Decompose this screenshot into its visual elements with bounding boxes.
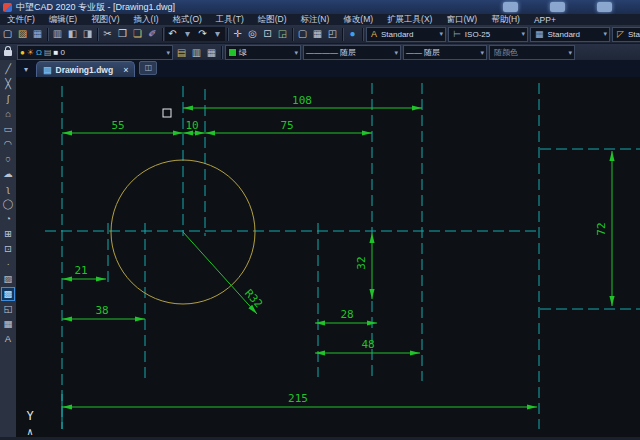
- menu-item[interactable]: 窗口(W): [439, 14, 484, 26]
- plot-style-combo[interactable]: 随颜色 ▾: [489, 45, 575, 60]
- construction-line-tool[interactable]: ╳: [1, 77, 15, 91]
- insert-block-tool[interactable]: ⊞: [1, 227, 15, 241]
- drawing-svg[interactable]: 551075108213828482153272R32Y∧: [16, 77, 640, 437]
- chevron-down-icon[interactable]: ▾: [600, 30, 607, 38]
- lineweight-combo[interactable]: —— 随层 ▾: [403, 45, 487, 60]
- gradient-tool[interactable]: ▩: [1, 287, 15, 301]
- layer-previous-button[interactable]: ▥: [189, 46, 204, 60]
- line-tool[interactable]: ╱: [1, 62, 15, 76]
- radius-dimension-line[interactable]: [183, 232, 257, 314]
- dimension-text[interactable]: 21: [74, 264, 87, 277]
- mleader-style-combo[interactable]: ◸ Standard ▾: [612, 27, 640, 42]
- dimension-text[interactable]: 32: [355, 256, 368, 269]
- menu-item[interactable]: 视图(V): [84, 14, 126, 26]
- layer-combo[interactable]: ●☀Ω▤■ 0 ▾: [17, 45, 173, 60]
- maximize-button[interactable]: [550, 2, 565, 12]
- ellipse-arc-tool[interactable]: ◔: [1, 212, 15, 226]
- mtext-tool[interactable]: A: [1, 332, 15, 346]
- copy-icon[interactable]: ❐: [115, 27, 130, 41]
- window-controls: [503, 2, 612, 12]
- viewport-new-icon[interactable]: ◰: [325, 27, 340, 41]
- undo-button[interactable]: ↶: [165, 27, 180, 41]
- new-tab-button[interactable]: ◫: [139, 61, 157, 75]
- viewport-grid-icon[interactable]: ▦: [310, 27, 325, 41]
- polyline-tool[interactable]: ʃ: [1, 92, 15, 106]
- menu-item[interactable]: 修改(M): [336, 14, 380, 26]
- redo-caret-icon[interactable]: ▾: [210, 27, 225, 41]
- circle-tool[interactable]: ○: [1, 152, 15, 166]
- arc-tool[interactable]: ◠: [1, 137, 15, 151]
- menu-item[interactable]: 插入(I): [127, 14, 166, 26]
- menu-item[interactable]: 帮助(H): [484, 14, 527, 26]
- dimension-text[interactable]: 10: [185, 119, 198, 132]
- ellipse-tool[interactable]: ◯: [1, 197, 15, 211]
- new-file-icon[interactable]: ▢: [0, 27, 15, 41]
- plot-style-value: 随颜色: [492, 47, 565, 58]
- linetype-combo[interactable]: ———— 随层 ▾: [303, 45, 401, 60]
- plot-icon[interactable]: ▥: [50, 27, 65, 41]
- spline-tool[interactable]: ʅ: [1, 182, 15, 196]
- hatch-tool[interactable]: ▨: [1, 272, 15, 286]
- close-button[interactable]: [597, 2, 612, 12]
- zoom-realtime-icon[interactable]: ◎: [245, 27, 260, 41]
- menu-item[interactable]: APP+: [527, 15, 563, 25]
- undo-caret-icon[interactable]: ▾: [180, 27, 195, 41]
- dimension-text[interactable]: 38: [95, 304, 108, 317]
- chevron-down-icon[interactable]: ▾: [477, 49, 484, 57]
- color-combo[interactable]: 绿 ▾: [225, 45, 301, 60]
- pickbox-cursor[interactable]: [163, 109, 171, 117]
- viewport-single-icon[interactable]: ▢: [295, 27, 310, 41]
- dimension-text[interactable]: R32: [242, 287, 265, 310]
- menu-item[interactable]: 扩展工具(X): [380, 14, 439, 26]
- paste-icon[interactable]: ❏: [130, 27, 145, 41]
- layer-states-button[interactable]: ▤: [174, 46, 189, 60]
- publish-icon[interactable]: ◨: [80, 27, 95, 41]
- dimension-text[interactable]: 48: [361, 338, 374, 351]
- dim-style-combo[interactable]: ⊢ ISO-25 ▾: [448, 27, 528, 42]
- save-icon[interactable]: ▦: [30, 27, 45, 41]
- chevron-down-icon[interactable]: ▾: [291, 49, 298, 57]
- dimension-text[interactable]: 72: [595, 222, 608, 235]
- zoom-previous-icon[interactable]: ◲: [275, 27, 290, 41]
- dimension-text[interactable]: 215: [288, 392, 308, 405]
- view-sphere-icon[interactable]: ●: [345, 27, 360, 41]
- dimension-text[interactable]: 55: [111, 119, 124, 132]
- redo-button[interactable]: ↷: [195, 27, 210, 41]
- pan-icon[interactable]: ✛: [230, 27, 245, 41]
- menu-item[interactable]: 绘图(D): [251, 14, 294, 26]
- polygon-tool[interactable]: ⌂: [1, 107, 15, 121]
- open-file-icon[interactable]: ▨: [15, 27, 30, 41]
- tab-list-chevron-icon[interactable]: ▾: [16, 65, 36, 77]
- point-tool[interactable]: ∙: [1, 257, 15, 271]
- plot-preview-icon[interactable]: ◧: [65, 27, 80, 41]
- table-tool[interactable]: ▦: [1, 317, 15, 331]
- region-tool[interactable]: ◱: [1, 302, 15, 316]
- zoom-window-icon[interactable]: ⊡: [260, 27, 275, 41]
- menu-item[interactable]: 文件(F): [0, 14, 42, 26]
- layer-properties-icon[interactable]: [4, 50, 12, 56]
- minimize-button[interactable]: [503, 2, 518, 12]
- chevron-down-icon[interactable]: ▾: [163, 49, 170, 57]
- drawing-canvas[interactable]: 551075108213828482153272R32Y∧: [16, 77, 640, 437]
- rectangle-tool[interactable]: ▭: [1, 122, 15, 136]
- chevron-down-icon[interactable]: ▾: [436, 30, 443, 38]
- cut-icon[interactable]: ✂: [100, 27, 115, 41]
- dimension-text[interactable]: 75: [280, 119, 293, 132]
- chevron-down-icon[interactable]: ▾: [391, 49, 398, 57]
- menu-item[interactable]: 工具(T): [209, 14, 251, 26]
- dimension-text[interactable]: 28: [340, 308, 353, 321]
- create-block-tool[interactable]: ⊡: [1, 242, 15, 256]
- match-properties-icon[interactable]: ✐: [145, 27, 160, 41]
- revision-cloud-tool[interactable]: ☁: [1, 167, 15, 181]
- dimension-text[interactable]: 108: [292, 94, 312, 107]
- text-style-combo[interactable]: A Standard ▾: [366, 27, 446, 42]
- menu-item[interactable]: 编辑(E): [42, 14, 84, 26]
- tab-drawing1[interactable]: ▤ Drawing1.dwg ×: [36, 61, 135, 77]
- menu-item[interactable]: 标注(N): [294, 14, 337, 26]
- table-style-combo[interactable]: ▦ Standard ▾: [530, 27, 610, 42]
- menu-item[interactable]: 格式(O): [166, 14, 209, 26]
- chevron-down-icon[interactable]: ▾: [518, 30, 525, 38]
- tab-close-icon[interactable]: ×: [117, 65, 128, 75]
- chevron-down-icon[interactable]: ▾: [565, 49, 572, 57]
- layer-isolate-button[interactable]: ▦: [204, 46, 219, 60]
